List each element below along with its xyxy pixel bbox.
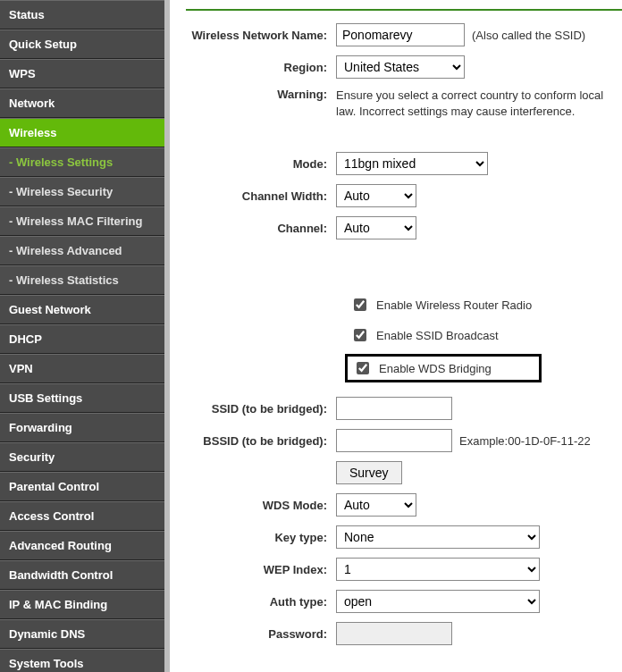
key-type-label: Key type: xyxy=(186,531,336,544)
bridged-bssid-label: BSSID (to be bridged): xyxy=(186,434,336,448)
sidebar-sub-wireless-advanced[interactable]: - Wireless Advanced xyxy=(0,236,164,265)
key-type-select[interactable]: None xyxy=(336,525,540,549)
enable-wds-checkbox[interactable] xyxy=(357,362,369,374)
wep-index-select[interactable]: 1 xyxy=(336,558,540,581)
sidebar-sub-wireless-mac-filtering[interactable]: - Wireless MAC Filtering xyxy=(0,206,164,236)
main-panel: Wireless Network Name: (Also called the … xyxy=(170,0,622,672)
auth-type-select[interactable]: open xyxy=(336,590,540,613)
bridged-ssid-input[interactable] xyxy=(336,397,452,420)
sidebar-item-wireless[interactable]: Wireless xyxy=(0,118,164,147)
channel-label: Channel: xyxy=(186,222,336,235)
sidebar: StatusQuick SetupWPSNetworkWireless- Wir… xyxy=(0,0,164,672)
sidebar-item-security[interactable]: Security xyxy=(0,442,164,472)
ssid-label: Wireless Network Name: xyxy=(186,29,336,42)
divider-top xyxy=(186,9,622,11)
bridged-ssid-label: SSID (to be bridged): xyxy=(186,402,336,416)
sidebar-item-forwarding[interactable]: Forwarding xyxy=(0,413,164,442)
bridged-bssid-input[interactable] xyxy=(336,429,452,452)
password-label: Password: xyxy=(186,627,336,641)
mode-label: Mode: xyxy=(186,157,336,171)
sidebar-sub-wireless-security[interactable]: - Wireless Security xyxy=(0,177,164,206)
survey-button[interactable]: Survey xyxy=(336,461,402,484)
channel-select[interactable]: Auto xyxy=(336,216,416,239)
enable-radio-checkbox[interactable] xyxy=(354,298,366,311)
sidebar-item-access-control[interactable]: Access Control xyxy=(0,501,164,531)
sidebar-item-dhcp[interactable]: DHCP xyxy=(0,324,164,354)
sidebar-item-advanced-routing[interactable]: Advanced Routing xyxy=(0,531,164,560)
wds-mode-select[interactable]: Auto xyxy=(336,493,416,517)
sidebar-item-dynamic-dns[interactable]: Dynamic DNS xyxy=(0,619,164,649)
bssid-example: Example:00-1D-0F-11-22 xyxy=(459,434,591,448)
sidebar-item-status[interactable]: Status xyxy=(0,0,164,29)
region-select[interactable]: United States xyxy=(336,55,465,79)
enable-radio-label: Enable Wireless Router Radio xyxy=(376,298,532,312)
sidebar-item-wps[interactable]: WPS xyxy=(0,59,164,88)
warning-text: Ensure you select a correct country to c… xyxy=(336,88,622,120)
wep-index-label: WEP Index: xyxy=(186,563,336,576)
wds-mode-label: WDS Mode: xyxy=(186,499,336,512)
sidebar-sub-wireless-statistics[interactable]: - Wireless Statistics xyxy=(0,265,164,295)
region-label: Region: xyxy=(186,61,336,74)
chwidth-label: Channel Width: xyxy=(186,189,336,203)
sidebar-item-ip-mac-binding[interactable]: IP & MAC Binding xyxy=(0,590,164,619)
sidebar-sub-wireless-settings[interactable]: - Wireless Settings xyxy=(0,147,164,177)
enable-wds-label: Enable WDS Bridging xyxy=(379,362,492,375)
enable-ssid-checkbox[interactable] xyxy=(354,329,366,341)
password-input[interactable] xyxy=(336,622,452,645)
sidebar-item-guest-network[interactable]: Guest Network xyxy=(0,295,164,324)
sidebar-item-parental-control[interactable]: Parental Control xyxy=(0,472,164,501)
sidebar-item-network[interactable]: Network xyxy=(0,88,164,118)
sidebar-item-usb-settings[interactable]: USB Settings xyxy=(0,383,164,413)
ssid-input[interactable] xyxy=(336,23,465,46)
mode-select[interactable]: 11bgn mixed xyxy=(336,152,488,175)
ssid-note: (Also called the SSID) xyxy=(472,29,585,42)
enable-ssid-label: Enable SSID Broadcast xyxy=(376,329,499,342)
warning-label: Warning: xyxy=(186,88,336,101)
chwidth-select[interactable]: Auto xyxy=(336,184,416,207)
sidebar-item-vpn[interactable]: VPN xyxy=(0,354,164,383)
auth-type-label: Auth type: xyxy=(186,595,336,609)
sidebar-item-system-tools[interactable]: System Tools xyxy=(0,649,164,672)
sidebar-item-bandwidth-control[interactable]: Bandwidth Control xyxy=(0,560,164,590)
sidebar-item-quick-setup[interactable]: Quick Setup xyxy=(0,29,164,59)
